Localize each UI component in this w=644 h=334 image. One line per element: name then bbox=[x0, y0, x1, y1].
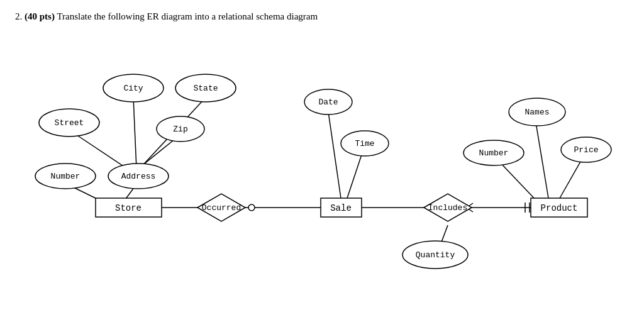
question-title: 2. (40 pts) Translate the following ER d… bbox=[15, 11, 629, 22]
page: 2. (40 pts) Translate the following ER d… bbox=[0, 0, 644, 334]
svg-line-0 bbox=[133, 97, 136, 169]
question-points: (40 pts) bbox=[25, 11, 55, 21]
svg-line-6 bbox=[328, 112, 341, 198]
er-diagram: Store Sale Product Occurred Includes Cit… bbox=[20, 28, 624, 318]
number-product-label: Number bbox=[479, 148, 509, 158]
svg-point-18 bbox=[248, 204, 255, 211]
svg-line-7 bbox=[347, 151, 363, 198]
state-label: State bbox=[193, 84, 218, 93]
svg-line-8 bbox=[536, 123, 548, 198]
svg-line-9 bbox=[498, 160, 536, 200]
question-text: Translate the following ER diagram into … bbox=[57, 11, 318, 21]
zip-label: Zip bbox=[173, 125, 187, 134]
question-number: 2. bbox=[15, 11, 22, 21]
product-label: Product bbox=[541, 203, 578, 213]
number-store-label: Number bbox=[51, 172, 80, 181]
svg-line-2 bbox=[70, 131, 127, 169]
store-label: Store bbox=[115, 203, 142, 213]
street-label: Street bbox=[55, 118, 84, 128]
names-label: Names bbox=[525, 108, 549, 117]
svg-line-10 bbox=[560, 157, 583, 198]
sale-label: Sale bbox=[330, 203, 352, 213]
occurred-label: Occurred bbox=[202, 203, 241, 213]
city-label: City bbox=[123, 84, 143, 93]
price-label: Price bbox=[574, 145, 598, 155]
quantity-label: Quantity bbox=[416, 250, 455, 260]
time-label: Time bbox=[355, 139, 374, 148]
date-label: Date bbox=[318, 97, 338, 107]
includes-label: Includes bbox=[428, 203, 467, 213]
diagram-svg: Store Sale Product Occurred Includes Cit… bbox=[20, 28, 624, 318]
address-label: Address bbox=[121, 172, 156, 181]
